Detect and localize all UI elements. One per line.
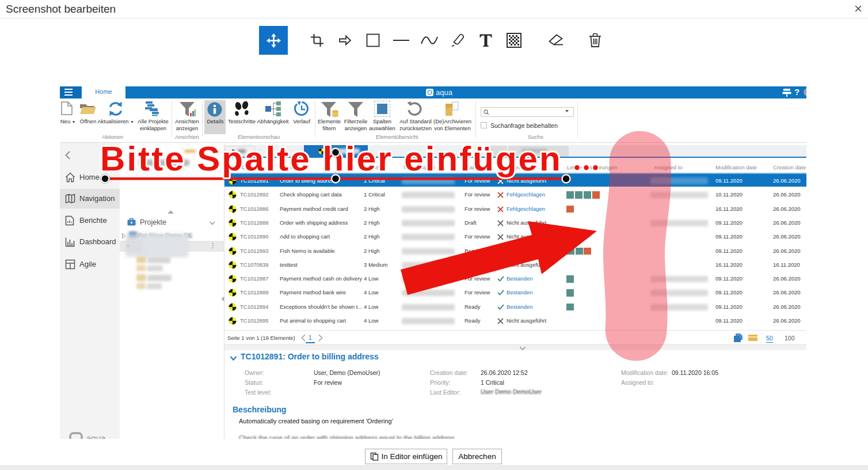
svg-text:Bitte Spalte hier einfügen: Bitte Spalte hier einfügen [100, 139, 562, 178]
